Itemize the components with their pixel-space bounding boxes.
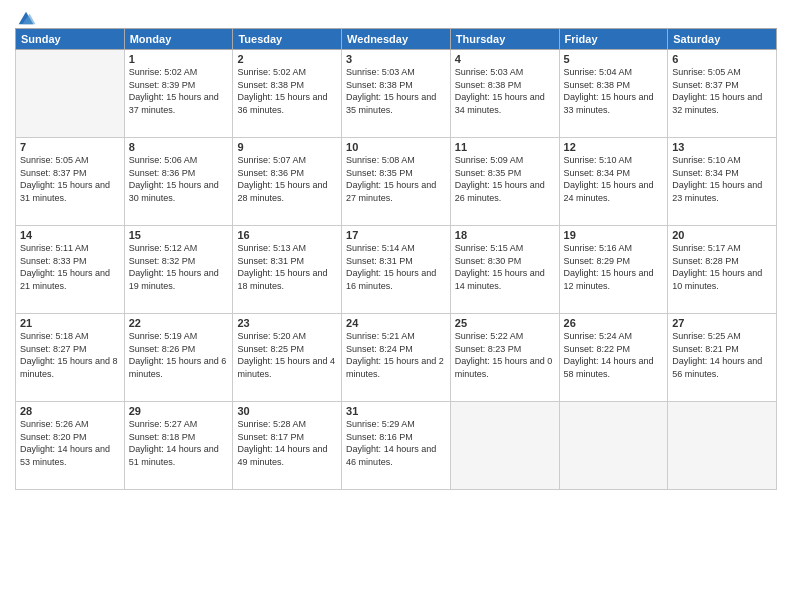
header	[15, 10, 777, 24]
day-info: Sunrise: 5:10 AMSunset: 8:34 PMDaylight:…	[564, 154, 664, 204]
day-number: 29	[129, 405, 229, 417]
day-info: Sunrise: 5:10 AMSunset: 8:34 PMDaylight:…	[672, 154, 772, 204]
day-number: 28	[20, 405, 120, 417]
day-info: Sunrise: 5:04 AMSunset: 8:38 PMDaylight:…	[564, 66, 664, 116]
day-number: 18	[455, 229, 555, 241]
day-number: 11	[455, 141, 555, 153]
day-info: Sunrise: 5:03 AMSunset: 8:38 PMDaylight:…	[346, 66, 446, 116]
day-cell: 1 Sunrise: 5:02 AMSunset: 8:39 PMDayligh…	[124, 50, 233, 138]
day-cell: 20 Sunrise: 5:17 AMSunset: 8:28 PMDaylig…	[668, 226, 777, 314]
day-info: Sunrise: 5:20 AMSunset: 8:25 PMDaylight:…	[237, 330, 337, 380]
day-info: Sunrise: 5:07 AMSunset: 8:36 PMDaylight:…	[237, 154, 337, 204]
page-container: SundayMondayTuesdayWednesdayThursdayFrid…	[0, 0, 792, 500]
weekday-header-thursday: Thursday	[450, 29, 559, 50]
day-cell: 9 Sunrise: 5:07 AMSunset: 8:36 PMDayligh…	[233, 138, 342, 226]
day-number: 26	[564, 317, 664, 329]
day-info: Sunrise: 5:05 AMSunset: 8:37 PMDaylight:…	[20, 154, 120, 204]
day-cell: 28 Sunrise: 5:26 AMSunset: 8:20 PMDaylig…	[16, 402, 125, 490]
day-info: Sunrise: 5:09 AMSunset: 8:35 PMDaylight:…	[455, 154, 555, 204]
day-number: 27	[672, 317, 772, 329]
day-number: 23	[237, 317, 337, 329]
day-cell: 15 Sunrise: 5:12 AMSunset: 8:32 PMDaylig…	[124, 226, 233, 314]
day-cell	[450, 402, 559, 490]
day-cell: 26 Sunrise: 5:24 AMSunset: 8:22 PMDaylig…	[559, 314, 668, 402]
day-cell: 7 Sunrise: 5:05 AMSunset: 8:37 PMDayligh…	[16, 138, 125, 226]
day-info: Sunrise: 5:19 AMSunset: 8:26 PMDaylight:…	[129, 330, 229, 380]
day-cell: 5 Sunrise: 5:04 AMSunset: 8:38 PMDayligh…	[559, 50, 668, 138]
day-info: Sunrise: 5:15 AMSunset: 8:30 PMDaylight:…	[455, 242, 555, 292]
weekday-header-wednesday: Wednesday	[342, 29, 451, 50]
day-info: Sunrise: 5:17 AMSunset: 8:28 PMDaylight:…	[672, 242, 772, 292]
day-number: 9	[237, 141, 337, 153]
day-number: 6	[672, 53, 772, 65]
day-cell: 18 Sunrise: 5:15 AMSunset: 8:30 PMDaylig…	[450, 226, 559, 314]
day-number: 13	[672, 141, 772, 153]
day-info: Sunrise: 5:14 AMSunset: 8:31 PMDaylight:…	[346, 242, 446, 292]
day-cell: 17 Sunrise: 5:14 AMSunset: 8:31 PMDaylig…	[342, 226, 451, 314]
day-info: Sunrise: 5:08 AMSunset: 8:35 PMDaylight:…	[346, 154, 446, 204]
day-info: Sunrise: 5:03 AMSunset: 8:38 PMDaylight:…	[455, 66, 555, 116]
day-cell: 23 Sunrise: 5:20 AMSunset: 8:25 PMDaylig…	[233, 314, 342, 402]
day-cell: 13 Sunrise: 5:10 AMSunset: 8:34 PMDaylig…	[668, 138, 777, 226]
day-cell: 27 Sunrise: 5:25 AMSunset: 8:21 PMDaylig…	[668, 314, 777, 402]
day-cell: 4 Sunrise: 5:03 AMSunset: 8:38 PMDayligh…	[450, 50, 559, 138]
day-number: 14	[20, 229, 120, 241]
day-info: Sunrise: 5:12 AMSunset: 8:32 PMDaylight:…	[129, 242, 229, 292]
day-cell: 29 Sunrise: 5:27 AMSunset: 8:18 PMDaylig…	[124, 402, 233, 490]
day-info: Sunrise: 5:16 AMSunset: 8:29 PMDaylight:…	[564, 242, 664, 292]
day-number: 22	[129, 317, 229, 329]
day-cell: 30 Sunrise: 5:28 AMSunset: 8:17 PMDaylig…	[233, 402, 342, 490]
day-cell: 31 Sunrise: 5:29 AMSunset: 8:16 PMDaylig…	[342, 402, 451, 490]
day-info: Sunrise: 5:25 AMSunset: 8:21 PMDaylight:…	[672, 330, 772, 380]
day-cell: 21 Sunrise: 5:18 AMSunset: 8:27 PMDaylig…	[16, 314, 125, 402]
weekday-header-row: SundayMondayTuesdayWednesdayThursdayFrid…	[16, 29, 777, 50]
day-number: 4	[455, 53, 555, 65]
day-info: Sunrise: 5:28 AMSunset: 8:17 PMDaylight:…	[237, 418, 337, 468]
week-row-1: 1 Sunrise: 5:02 AMSunset: 8:39 PMDayligh…	[16, 50, 777, 138]
day-cell: 19 Sunrise: 5:16 AMSunset: 8:29 PMDaylig…	[559, 226, 668, 314]
day-info: Sunrise: 5:11 AMSunset: 8:33 PMDaylight:…	[20, 242, 120, 292]
day-number: 1	[129, 53, 229, 65]
day-info: Sunrise: 5:24 AMSunset: 8:22 PMDaylight:…	[564, 330, 664, 380]
day-cell: 12 Sunrise: 5:10 AMSunset: 8:34 PMDaylig…	[559, 138, 668, 226]
week-row-2: 7 Sunrise: 5:05 AMSunset: 8:37 PMDayligh…	[16, 138, 777, 226]
day-cell	[16, 50, 125, 138]
weekday-header-tuesday: Tuesday	[233, 29, 342, 50]
day-number: 8	[129, 141, 229, 153]
logo	[15, 10, 37, 24]
day-cell: 16 Sunrise: 5:13 AMSunset: 8:31 PMDaylig…	[233, 226, 342, 314]
weekday-header-monday: Monday	[124, 29, 233, 50]
day-info: Sunrise: 5:22 AMSunset: 8:23 PMDaylight:…	[455, 330, 555, 380]
day-number: 30	[237, 405, 337, 417]
week-row-5: 28 Sunrise: 5:26 AMSunset: 8:20 PMDaylig…	[16, 402, 777, 490]
day-cell: 22 Sunrise: 5:19 AMSunset: 8:26 PMDaylig…	[124, 314, 233, 402]
weekday-header-saturday: Saturday	[668, 29, 777, 50]
day-number: 2	[237, 53, 337, 65]
day-number: 25	[455, 317, 555, 329]
weekday-header-friday: Friday	[559, 29, 668, 50]
day-info: Sunrise: 5:06 AMSunset: 8:36 PMDaylight:…	[129, 154, 229, 204]
day-cell: 10 Sunrise: 5:08 AMSunset: 8:35 PMDaylig…	[342, 138, 451, 226]
day-cell	[668, 402, 777, 490]
day-cell: 3 Sunrise: 5:03 AMSunset: 8:38 PMDayligh…	[342, 50, 451, 138]
week-row-4: 21 Sunrise: 5:18 AMSunset: 8:27 PMDaylig…	[16, 314, 777, 402]
day-number: 10	[346, 141, 446, 153]
day-number: 21	[20, 317, 120, 329]
day-info: Sunrise: 5:26 AMSunset: 8:20 PMDaylight:…	[20, 418, 120, 468]
day-cell: 2 Sunrise: 5:02 AMSunset: 8:38 PMDayligh…	[233, 50, 342, 138]
day-info: Sunrise: 5:27 AMSunset: 8:18 PMDaylight:…	[129, 418, 229, 468]
day-info: Sunrise: 5:21 AMSunset: 8:24 PMDaylight:…	[346, 330, 446, 380]
day-cell: 24 Sunrise: 5:21 AMSunset: 8:24 PMDaylig…	[342, 314, 451, 402]
day-number: 31	[346, 405, 446, 417]
day-info: Sunrise: 5:02 AMSunset: 8:39 PMDaylight:…	[129, 66, 229, 116]
logo-icon	[15, 8, 37, 30]
day-cell: 8 Sunrise: 5:06 AMSunset: 8:36 PMDayligh…	[124, 138, 233, 226]
day-info: Sunrise: 5:13 AMSunset: 8:31 PMDaylight:…	[237, 242, 337, 292]
day-cell: 6 Sunrise: 5:05 AMSunset: 8:37 PMDayligh…	[668, 50, 777, 138]
day-info: Sunrise: 5:29 AMSunset: 8:16 PMDaylight:…	[346, 418, 446, 468]
day-info: Sunrise: 5:18 AMSunset: 8:27 PMDaylight:…	[20, 330, 120, 380]
calendar-table: SundayMondayTuesdayWednesdayThursdayFrid…	[15, 28, 777, 490]
day-cell: 11 Sunrise: 5:09 AMSunset: 8:35 PMDaylig…	[450, 138, 559, 226]
day-number: 19	[564, 229, 664, 241]
weekday-header-sunday: Sunday	[16, 29, 125, 50]
